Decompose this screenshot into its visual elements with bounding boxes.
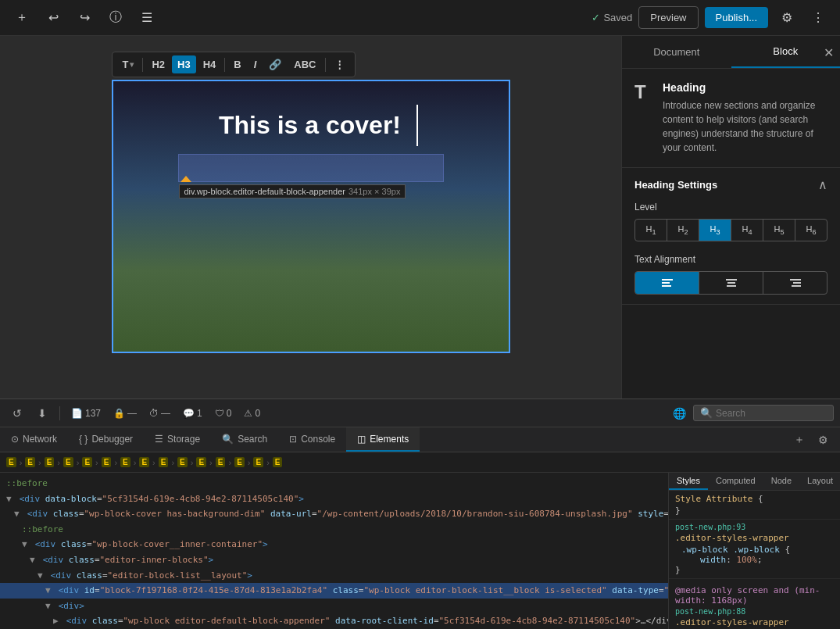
computed-tab[interactable]: Computed [708,473,763,490]
dt-search-box[interactable]: 🔍 [693,405,834,421]
tag: <div [51,570,72,581]
heading-settings: Heading Settings ∧ Level H1 H2 H3 H4 H5 … [622,168,840,305]
main-area: T ▾ H2 H3 H4 B I 🔗 ABC ⋮ This is a cover… [0,36,840,398]
right-panel: Document Block ✕ T Heading Introduce new… [621,36,840,398]
html-line[interactable]: ▼ <div class="editor-block-list__layout"… [0,568,668,584]
h3-button[interactable]: H3 [172,55,196,73]
block-appender-area[interactable]: div.wp-block.editor-default-block-append… [178,154,444,182]
tab-storage[interactable]: ☰ Storage [144,427,211,452]
style-selector: Style Attribute { [675,494,834,504]
h6-level-button[interactable]: H6 [795,220,827,241]
h4-level-button[interactable]: H4 [731,220,763,241]
network-label: Network [23,434,57,445]
layout-tab[interactable]: Layout [799,473,840,490]
collapse-heading-settings-button[interactable]: ∧ [818,177,827,192]
cover-heading[interactable]: This is a cover! [203,105,418,146]
devtools-globe-button[interactable]: 🌐 [668,402,690,424]
html-line[interactable]: ▼ <div> [0,599,668,614]
align-center-button[interactable] [699,272,763,294]
styles-tab[interactable]: Styles [669,473,708,490]
devtools-download-button[interactable]: ⬇ [31,402,53,424]
devtools-toolbar: ↺ ⬇ 📄 137 🔒 — ⏱ — 💬 1 🛡 0 ⚠ 0 🌐 🔍 [0,399,840,427]
block-description: Introduce new sections and organize cont… [663,98,827,155]
storage-icon: ☰ [155,434,163,445]
h2-level-button[interactable]: H2 [667,220,699,241]
h4-button[interactable]: H4 [198,55,222,73]
bold-button[interactable]: B [228,55,246,73]
style-attr-rule: Style Attribute { } [669,491,840,520]
h2-button[interactable]: H2 [146,55,170,73]
strikethrough-button[interactable]: ABC [288,55,321,73]
html-panel[interactable]: ::before ▼ <div data-block="5cf3154d-619… [0,473,668,629]
style-source-1: post-new.php:93 [675,523,834,531]
publish-button[interactable]: Publish... [705,7,768,28]
rule-close-1: } [675,565,834,575]
block-type-icon: T [634,81,653,103]
undo-button[interactable]: ↩ [41,5,66,30]
list-view-button[interactable]: ☰ [134,5,159,30]
h1-level-button[interactable]: H1 [635,220,667,241]
tab-debugger[interactable]: { } Debugger [68,427,144,452]
tab-settings-button[interactable]: ⚙ [812,429,834,451]
saved-label: ✓ Saved [592,12,632,23]
html-line[interactable]: ▼ <div class="wp-block-cover has-backgro… [0,506,668,522]
tag: <div [35,539,56,549]
tri-icon: ▶ [53,614,61,628]
devtools-refresh-button[interactable]: ↺ [6,402,28,424]
search-input[interactable] [716,408,827,419]
node-tab[interactable]: Node [763,473,799,490]
comment-icon: 💬 [183,408,195,419]
devtools-time-badge: ⏱ — [145,408,175,419]
yellow-triangle-indicator [181,176,191,182]
panel-close-button[interactable]: ✕ [824,45,834,59]
styles-panel: Styles Computed Node Layout Style Attrib… [668,473,840,629]
px-unit2: px [391,187,401,196]
preview-button[interactable]: Preview [638,6,698,29]
add-block-button[interactable]: ＋ [9,5,34,30]
settings-button[interactable]: ⚙ [774,5,799,30]
html-line[interactable]: ▼ <div data-block="5cf3154d-619e-4cb8-94… [0,491,668,507]
add-tab-button[interactable]: ＋ [788,429,810,451]
tab-search[interactable]: 🔍 Search [211,427,278,452]
html-line-selected[interactable]: ▼ <div id="block-7f197168-0f24-415e-87d4… [0,583,668,599]
h5-level-button[interactable]: H5 [763,220,795,241]
info-button[interactable]: ⓘ [103,5,128,30]
html-line[interactable]: ▼ <div class="wp-block-cover__inner-cont… [0,537,668,552]
tab-elements[interactable]: ◫ Elements [346,427,420,452]
align-left-button[interactable] [635,272,699,294]
style-link-2[interactable]: post-new.php:88 [675,607,745,616]
h3-level-button[interactable]: H3 [699,220,731,241]
html-line[interactable]: ::before [0,522,668,538]
tab-console[interactable]: ⊡ Console [278,427,346,452]
more-format-button[interactable]: ⋮ [329,55,350,73]
tab-network[interactable]: ⊙ Network [0,427,68,452]
html-line[interactable]: ▼ <div class="editor-inner-blocks"> [0,552,668,568]
tag: <div [27,509,48,519]
attr-name: id [84,585,95,595]
align-right-button[interactable] [763,272,827,294]
italic-button[interactable]: I [248,55,263,73]
more-options-button[interactable]: ⋮ [806,5,831,30]
attr-val2: "/wp-content/uploads/2018/10/brandon-siu… [317,509,633,519]
attr-name3: style [638,509,663,519]
document-tab[interactable]: Document [622,36,731,68]
text-alignment-label: Text Alignment [634,254,827,265]
attr-val: "5cf3154d-619e-4cb8-94e2-87114505c140" [102,494,299,504]
block-info: T Heading Introduce new sections and org… [622,69,840,168]
cover-block[interactable]: This is a cover! div.wp-block.editor-def… [112,80,510,353]
style-source-2: post-new.php:88 [675,607,834,616]
breadcrumb-e10: E [177,457,188,467]
html-line[interactable]: ::before [0,476,668,491]
text-format-button[interactable]: T ▾ [117,55,140,73]
redo-button[interactable]: ↪ [72,5,97,30]
svg-rect-5 [727,285,736,287]
tag: <div [59,601,80,611]
html-line[interactable]: ▶ <div class="wp-block editor-default-bl… [0,613,668,629]
devtools-warning-badge: ⚠ 0 [239,408,265,419]
saved-check-icon: ✓ [592,12,600,23]
tri-icon: ▼ [14,507,22,521]
style-link-1[interactable]: post-new.php:93 [675,523,745,531]
dt-separator-1 [59,406,60,420]
link-button[interactable]: 🔗 [263,55,287,73]
attr-name: class [92,616,118,626]
